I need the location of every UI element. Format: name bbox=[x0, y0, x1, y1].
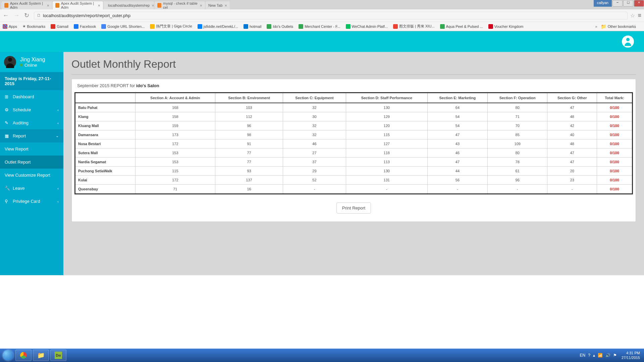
cell-value: 16 bbox=[215, 185, 283, 194]
bookmark-wechat[interactable]: WeChat Admin Platf... bbox=[346, 24, 388, 29]
bookmark-facebook[interactable]: Facebook bbox=[74, 24, 96, 29]
cell-total: 0/100 bbox=[597, 139, 633, 148]
cell-value: 172 bbox=[136, 176, 215, 185]
cell-value: 127 bbox=[346, 139, 427, 148]
cell-total: 0/100 bbox=[597, 112, 633, 121]
bookmark-label: Gamail bbox=[57, 24, 68, 28]
page-icon: 🗋 bbox=[37, 13, 41, 18]
window-controls: callyan − □ × bbox=[594, 0, 644, 7]
close-icon[interactable]: × bbox=[47, 3, 49, 8]
browser-tab[interactable]: Apex Audit System | Adm× bbox=[2, 1, 52, 9]
chevron-right-icon[interactable]: » bbox=[595, 24, 597, 28]
status-label: Online bbox=[24, 63, 37, 68]
chevron-left-icon: ‹ bbox=[57, 199, 59, 203]
bookmark-other[interactable]: 📁Other bookmarks bbox=[601, 24, 636, 29]
menu-icon[interactable]: ≡ bbox=[638, 12, 641, 19]
maximize-button[interactable]: □ bbox=[623, 0, 633, 7]
close-icon[interactable]: × bbox=[200, 3, 202, 8]
sidebar-sub-view-report[interactable]: View Report bbox=[0, 142, 63, 156]
bookmark-cn[interactable]: 图文排版 | 秀米 XIU... bbox=[393, 24, 435, 29]
star-icon[interactable]: ☆ bbox=[630, 12, 635, 19]
close-icon[interactable]: × bbox=[98, 3, 100, 8]
user-badge[interactable]: callyan bbox=[594, 0, 612, 7]
report-panel: September 2015 REPORT for ido's Salon Se… bbox=[71, 79, 636, 222]
cell-value: 23 bbox=[547, 176, 597, 185]
url-bar[interactable]: 🗋 localhost/auditsystem/report/report_ou… bbox=[34, 12, 628, 19]
share-icon: ⚲ bbox=[5, 199, 9, 204]
favicon-icon bbox=[157, 3, 161, 8]
sidebar-sub-customize-report[interactable]: View Customize Report bbox=[0, 169, 63, 182]
sidebar-item-label: Privilege Card bbox=[13, 199, 40, 204]
bookmark-gamail[interactable]: Gamail bbox=[51, 24, 68, 29]
page-title: Outlet Monthly Report bbox=[63, 52, 644, 74]
tab-label: Apex Audit System | Adm bbox=[10, 1, 45, 9]
close-icon[interactable]: × bbox=[225, 3, 227, 8]
bookmark-bookmarks[interactable]: ★ Bookmarks bbox=[22, 24, 45, 28]
date-panel: Today is Friday, 27-11-2015 bbox=[0, 72, 63, 90]
sidebar-item-dashboard[interactable]: ⊞ Dashboard bbox=[0, 90, 63, 103]
sidebar-item-leave[interactable]: 🔧 Leave ‹ bbox=[0, 182, 63, 195]
sidebar-item-auditing[interactable]: ✎ Auditing ‹ bbox=[0, 116, 63, 129]
google-icon bbox=[101, 24, 106, 29]
table-header-row: Section A: Account & Admin Section B: En… bbox=[75, 93, 633, 103]
star-icon: ★ bbox=[22, 24, 26, 28]
sidebar-item-schedule[interactable]: ⚙ Schedule ‹ bbox=[0, 103, 63, 116]
bookmark-google-url[interactable]: Google URL Shorten... bbox=[101, 24, 145, 29]
cell-value: 91 bbox=[215, 139, 283, 148]
report-subtitle: September 2015 REPORT for ido's Salon bbox=[72, 79, 636, 92]
cell-value: 43 bbox=[427, 139, 487, 148]
browser-tab[interactable]: mysql - check if table cel× bbox=[155, 1, 205, 9]
cell-total: 0/100 bbox=[597, 103, 633, 112]
bookmark-jsfiddle[interactable]: jsfiddle.net/DerekL/... bbox=[198, 24, 238, 29]
table-header: Section D: Staff Performance bbox=[346, 93, 427, 103]
sidebar-item-report[interactable]: ▦ Report ⌄ bbox=[0, 129, 63, 142]
cell-outlet: Kulai bbox=[75, 176, 136, 185]
cell-value: 30 bbox=[283, 112, 346, 121]
bookmark-ido[interactable]: Ido's Outlets bbox=[267, 24, 293, 29]
table-row: Kulai 172 137 52 131 56 96 23 0/100 bbox=[75, 176, 633, 185]
bookmark-label: Other bookmarks bbox=[608, 24, 636, 28]
bookmark-label: Merchant Center - F... bbox=[305, 24, 340, 28]
subtitle-prefix: September 2015 REPORT for bbox=[77, 83, 136, 88]
bookmark-hotmail[interactable]: hotmail bbox=[244, 24, 261, 29]
sidebar-sub-outlet-report[interactable]: Outlet Report bbox=[0, 156, 63, 169]
browser-tab[interactable]: New Tab× bbox=[206, 1, 230, 9]
close-button[interactable]: × bbox=[634, 0, 644, 7]
table-header: Section E: Marketing bbox=[427, 93, 487, 103]
user-avatar-icon[interactable] bbox=[622, 36, 634, 48]
cell-value: 32 bbox=[283, 121, 346, 130]
cell-value: 85 bbox=[488, 130, 547, 139]
bookmark-label: Voucher Kingdom bbox=[494, 24, 524, 28]
bookmark-label: 熱門文章 | Giga Circle bbox=[156, 24, 192, 29]
minimize-button[interactable]: − bbox=[612, 0, 623, 7]
bookmark-giga[interactable]: 熱門文章 | Giga Circle bbox=[150, 24, 192, 29]
wechat-icon bbox=[346, 24, 351, 29]
bookmark-aqua[interactable]: Aqua Peel & Pulsed ... bbox=[440, 24, 483, 29]
table-header: Section F: Operation bbox=[488, 93, 547, 103]
site-icon bbox=[393, 24, 398, 29]
chevron-left-icon: ‹ bbox=[57, 121, 59, 125]
bookmark-label: Apps bbox=[9, 24, 17, 28]
cell-value: 46 bbox=[427, 148, 487, 158]
cell-value: - bbox=[427, 185, 487, 194]
browser-tab-active[interactable]: Apex Audit System | Adm× bbox=[53, 1, 103, 9]
cell-value: 52 bbox=[283, 176, 346, 185]
back-button[interactable]: ← bbox=[3, 12, 9, 19]
cell-value: 42 bbox=[547, 121, 597, 130]
close-icon[interactable]: × bbox=[152, 3, 154, 8]
sidebar-item-privilege[interactable]: ⚲ Privilege Card ‹ bbox=[0, 195, 63, 208]
browser-tab[interactable]: localhost/auditsystem/rep× bbox=[104, 1, 154, 9]
bookmark-apps[interactable]: Apps bbox=[3, 24, 17, 29]
cell-total: 0/100 bbox=[597, 185, 633, 194]
print-row: Print Report bbox=[72, 194, 636, 222]
bookmark-vk[interactable]: Voucher Kingdom bbox=[488, 24, 524, 29]
cell-total: 0/100 bbox=[597, 130, 633, 139]
cell-value: 44 bbox=[427, 167, 487, 176]
reload-button[interactable]: ↻ bbox=[24, 12, 29, 19]
url-text: localhost/auditsystem/report/report_oute… bbox=[43, 13, 130, 18]
favicon-icon bbox=[4, 3, 8, 8]
forward-button[interactable]: → bbox=[13, 12, 19, 19]
bookmark-merchant[interactable]: Merchant Center - F... bbox=[299, 24, 340, 29]
print-button[interactable]: Print Report bbox=[336, 202, 371, 214]
cell-value: 129 bbox=[346, 112, 427, 121]
